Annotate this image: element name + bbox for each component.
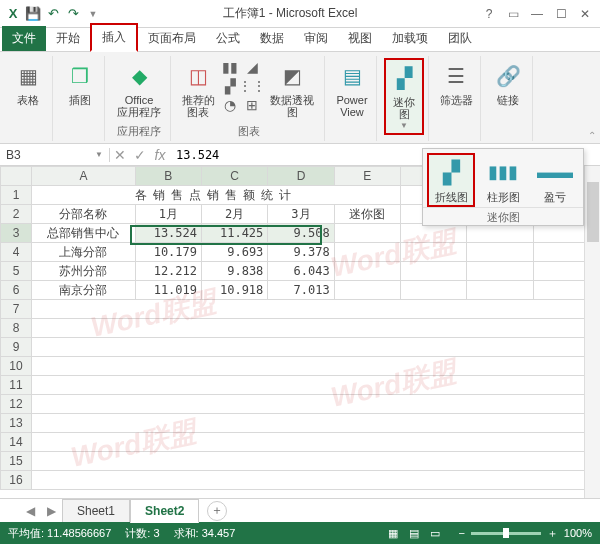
zoom-value[interactable]: 100%: [564, 527, 592, 539]
tab-team[interactable]: 团队: [438, 26, 482, 51]
page-layout-icon[interactable]: ▤: [405, 527, 423, 540]
collapse-ribbon-icon[interactable]: ⌃: [588, 130, 596, 141]
sparkline-line-button[interactable]: ▞ 折线图: [427, 153, 475, 207]
cell[interactable]: [32, 376, 600, 395]
qat-dropdown-icon[interactable]: ▼: [84, 5, 102, 23]
cell[interactable]: 2月: [202, 205, 268, 224]
cell[interactable]: 3月: [268, 205, 334, 224]
cell[interactable]: [32, 395, 600, 414]
slicer-button[interactable]: ☰ 筛选器: [436, 58, 476, 108]
illustrations-button[interactable]: ❒ 插图: [60, 58, 100, 108]
area-chart-icon[interactable]: ◢: [242, 58, 262, 76]
row-header[interactable]: 6: [1, 281, 32, 300]
row-header[interactable]: 8: [1, 319, 32, 338]
cell[interactable]: 南京分部: [32, 281, 136, 300]
cell[interactable]: [32, 452, 600, 471]
row-header[interactable]: 13: [1, 414, 32, 433]
links-button[interactable]: 🔗 链接: [488, 58, 528, 108]
cell-selected[interactable]: 11.425: [202, 224, 268, 243]
cell[interactable]: [334, 224, 400, 243]
zoom-slider[interactable]: [471, 532, 541, 535]
row-header[interactable]: 5: [1, 262, 32, 281]
scatter-chart-icon[interactable]: ⋮⋮: [242, 77, 262, 95]
col-header[interactable]: B: [135, 167, 201, 186]
powerview-button[interactable]: ▤ Power View: [332, 58, 372, 120]
cell[interactable]: [32, 300, 600, 319]
cell[interactable]: [32, 433, 600, 452]
cell[interactable]: 10.918: [202, 281, 268, 300]
cell[interactable]: [32, 414, 600, 433]
tab-home[interactable]: 开始: [46, 26, 90, 51]
pie-chart-icon[interactable]: ◔: [220, 96, 240, 114]
cell[interactable]: 迷你图: [334, 205, 400, 224]
select-all-corner[interactable]: [1, 167, 32, 186]
cell[interactable]: [467, 243, 533, 262]
cell[interactable]: [400, 281, 466, 300]
cell[interactable]: 9.378: [268, 243, 334, 262]
cell[interactable]: [32, 471, 600, 490]
cell[interactable]: 12.212: [135, 262, 201, 281]
sheet-nav-next-icon[interactable]: ▶: [41, 504, 62, 518]
combo-chart-icon[interactable]: ⊞: [242, 96, 262, 114]
row-header[interactable]: 10: [1, 357, 32, 376]
row-header[interactable]: 4: [1, 243, 32, 262]
col-header[interactable]: D: [268, 167, 334, 186]
recommended-charts-button[interactable]: ◫ 推荐的 图表: [178, 58, 218, 120]
cell[interactable]: 10.179: [135, 243, 201, 262]
vertical-scrollbar[interactable]: [584, 166, 600, 498]
cell[interactable]: [467, 262, 533, 281]
cell[interactable]: 6.043: [268, 262, 334, 281]
sparkline-column-button[interactable]: ▮▮▮ 柱形图: [479, 155, 527, 205]
normal-view-icon[interactable]: ▦: [384, 527, 402, 540]
tab-review[interactable]: 审阅: [294, 26, 338, 51]
zoom-out-icon[interactable]: −: [458, 527, 464, 539]
zoom-thumb[interactable]: [503, 528, 509, 538]
zoom-in-icon[interactable]: ＋: [547, 526, 558, 541]
minimize-icon[interactable]: —: [526, 5, 548, 23]
col-header[interactable]: A: [32, 167, 136, 186]
tab-addin[interactable]: 加载项: [382, 26, 438, 51]
row-header[interactable]: 3: [1, 224, 32, 243]
tab-view[interactable]: 视图: [338, 26, 382, 51]
cell[interactable]: [32, 319, 600, 338]
sheet-tab-1[interactable]: Sheet1: [62, 499, 130, 522]
zoom-control[interactable]: − ＋ 100%: [458, 526, 592, 541]
fx-icon[interactable]: fx: [150, 146, 170, 164]
cell[interactable]: 1月: [135, 205, 201, 224]
row-header[interactable]: 7: [1, 300, 32, 319]
tab-insert[interactable]: 插入: [90, 23, 138, 52]
cell[interactable]: 各销售点销售额统计: [32, 186, 401, 205]
cell[interactable]: 7.013: [268, 281, 334, 300]
help-icon[interactable]: ?: [478, 5, 500, 23]
cell[interactable]: [32, 338, 600, 357]
tables-button[interactable]: ▦ 表格: [8, 58, 48, 108]
row-header[interactable]: 16: [1, 471, 32, 490]
sparkline-button[interactable]: ▞ 迷你图 ▼: [384, 58, 424, 135]
cell[interactable]: [467, 281, 533, 300]
col-header[interactable]: C: [202, 167, 268, 186]
sheet-tab-2[interactable]: Sheet2: [130, 499, 199, 523]
cell[interactable]: 苏州分部: [32, 262, 136, 281]
row-header[interactable]: 9: [1, 338, 32, 357]
pivotchart-button[interactable]: ◩ 数据透视图: [264, 58, 320, 120]
maximize-icon[interactable]: ☐: [550, 5, 572, 23]
sparkline-winloss-button[interactable]: ▬▬ 盈亏: [531, 155, 579, 205]
cell[interactable]: [334, 243, 400, 262]
cell[interactable]: 分部名称: [32, 205, 136, 224]
cell[interactable]: 11.019: [135, 281, 201, 300]
cell[interactable]: 总部销售中心: [32, 224, 136, 243]
ribbon-options-icon[interactable]: ▭: [502, 5, 524, 23]
office-apps-button[interactable]: ◆ Office 应用程序: [112, 58, 166, 120]
cell[interactable]: [400, 243, 466, 262]
cell[interactable]: 9.693: [202, 243, 268, 262]
cell[interactable]: [400, 262, 466, 281]
name-box[interactable]: B3 ▼: [0, 148, 110, 162]
row-header[interactable]: 12: [1, 395, 32, 414]
undo-icon[interactable]: ↶: [44, 5, 62, 23]
col-header[interactable]: E: [334, 167, 400, 186]
cancel-icon[interactable]: ✕: [110, 146, 130, 164]
scrollbar-thumb[interactable]: [587, 182, 599, 242]
tab-layout[interactable]: 页面布局: [138, 26, 206, 51]
redo-icon[interactable]: ↷: [64, 5, 82, 23]
close-icon[interactable]: ✕: [574, 5, 596, 23]
